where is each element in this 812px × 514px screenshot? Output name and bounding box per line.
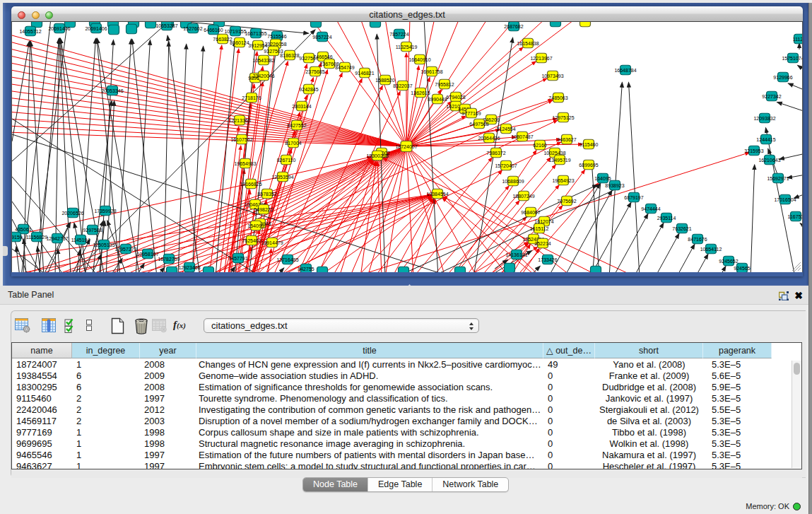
svg-text:20691406: 20691406 (48, 26, 70, 31)
svg-text:3215953: 3215953 (744, 148, 763, 153)
svg-text:12213363: 12213363 (228, 118, 250, 123)
svg-text:20206526: 20206526 (61, 211, 83, 216)
svg-text:9242845: 9242845 (299, 87, 318, 92)
svg-text:154099: 154099 (247, 223, 264, 228)
svg-text:12975125: 12975125 (552, 115, 574, 120)
svg-text:39159: 39159 (12, 235, 23, 240)
svg-text:164095: 164095 (594, 176, 611, 181)
svg-text:8578352: 8578352 (257, 192, 276, 197)
svg-text:11156829: 11156829 (26, 235, 47, 240)
svg-text:2718176: 2718176 (242, 95, 261, 100)
svg-text:8322037: 8322037 (393, 83, 412, 88)
svg-text:7857224: 7857224 (389, 32, 408, 37)
svg-text:16210643: 16210643 (758, 158, 780, 163)
svg-text:6466160: 6466160 (204, 28, 223, 33)
svg-text:16648784: 16648784 (614, 68, 636, 73)
svg-text:12213967: 12213967 (530, 56, 552, 61)
svg-text:12093832: 12093832 (753, 116, 775, 121)
svg-text:19166825: 19166825 (240, 182, 261, 187)
svg-text:8427552: 8427552 (287, 123, 306, 128)
svg-text:20364436: 20364436 (478, 136, 500, 141)
svg-text:7386372: 7386372 (486, 151, 505, 156)
svg-text:17016504: 17016504 (774, 197, 796, 202)
svg-text:842755: 842755 (298, 267, 314, 271)
svg-text:16154838: 16154838 (517, 41, 539, 46)
svg-text:13495719: 13495719 (548, 158, 570, 163)
svg-text:11123: 11123 (793, 37, 802, 42)
svg-text:9245652: 9245652 (719, 259, 738, 264)
svg-text:16782759: 16782759 (158, 257, 180, 262)
svg-text:16640910: 16640910 (408, 57, 430, 62)
svg-text:10688609: 10688609 (502, 179, 524, 184)
svg-text:9297588: 9297588 (83, 228, 102, 233)
svg-text:8454749: 8454749 (335, 65, 354, 70)
svg-text:2687682: 2687682 (504, 24, 523, 29)
svg-text:9684067: 9684067 (521, 210, 540, 215)
svg-text:13716485: 13716485 (276, 257, 298, 262)
svg-text:6879197: 6879197 (624, 195, 643, 200)
svg-text:17957273: 17957273 (114, 247, 136, 252)
svg-text:14055712: 14055712 (19, 29, 41, 34)
svg-text:1615112: 1615112 (530, 226, 549, 231)
svg-text:62160: 62160 (533, 143, 547, 148)
svg-text:5498222: 5498222 (254, 207, 273, 212)
svg-text:10543382: 10543382 (252, 58, 274, 63)
svg-text:17359928: 17359928 (94, 209, 116, 214)
svg-text:8990448: 8990448 (428, 97, 447, 102)
svg-text:6794028: 6794028 (446, 95, 465, 100)
svg-text:1244415: 1244415 (756, 137, 775, 142)
svg-text:7632621: 7632621 (672, 226, 691, 231)
svg-text:2935114: 2935114 (657, 216, 676, 221)
svg-text:1733426: 1733426 (538, 257, 557, 262)
svg-text:1527602: 1527602 (183, 26, 202, 31)
svg-text:1145194: 1145194 (71, 238, 90, 243)
svg-text:8186328: 8186328 (280, 53, 299, 58)
svg-text:9115460: 9115460 (579, 142, 599, 147)
svg-text:7515546: 7515546 (267, 34, 286, 39)
svg-text:10973493: 10973493 (541, 74, 563, 78)
svg-text:10654112: 10654112 (700, 247, 722, 252)
svg-text:9129966: 9129966 (773, 75, 792, 80)
svg-text:924565: 924565 (734, 266, 750, 271)
svg-text:16671355: 16671355 (245, 31, 266, 36)
svg-text:15720407: 15720407 (495, 163, 517, 168)
svg-text:12942737: 12942737 (46, 236, 68, 241)
svg-text:8267110: 8267110 (277, 158, 296, 163)
svg-text:14136141: 14136141 (505, 252, 527, 257)
svg-text:7466546: 7466546 (313, 54, 332, 59)
svg-text:3124554: 3124554 (496, 127, 515, 132)
svg-text:7955812: 7955812 (435, 82, 454, 87)
svg-text:12505135: 12505135 (93, 243, 114, 247)
svg-text:10807487: 10807487 (511, 134, 533, 139)
svg-text:18724007: 18724007 (395, 144, 417, 149)
svg-text:12923468: 12923468 (178, 265, 200, 270)
svg-text:817004: 817004 (285, 141, 301, 146)
svg-text:9463627: 9463627 (557, 137, 576, 142)
svg-text:6497568: 6497568 (469, 122, 488, 127)
svg-text:11325419: 11325419 (396, 45, 418, 49)
svg-text:6899695: 6899695 (579, 163, 598, 168)
svg-text:7075692: 7075692 (557, 199, 576, 204)
svg-text:2375685: 2375685 (305, 69, 324, 74)
svg-text:20053346: 20053346 (101, 88, 123, 93)
svg-text:20691406: 20691406 (85, 26, 107, 31)
svg-text:9777169: 9777169 (461, 111, 481, 116)
svg-text:7485063: 7485063 (548, 95, 567, 100)
svg-text:19384554: 19384554 (426, 192, 448, 197)
svg-text:7625402: 7625402 (242, 238, 261, 243)
svg-text:19654983: 19654983 (234, 161, 256, 166)
svg-text:16961758: 16961758 (420, 69, 442, 74)
svg-text:9857224: 9857224 (312, 35, 331, 40)
svg-text:2803144: 2803144 (292, 104, 311, 109)
svg-text:10025438: 10025438 (543, 151, 565, 156)
svg-text:435061: 435061 (15, 227, 31, 232)
svg-text:9474444: 9474444 (641, 206, 660, 211)
svg-text:23226058: 23226058 (264, 42, 286, 47)
svg-text:16107562: 16107562 (230, 137, 252, 142)
svg-text:8660124: 8660124 (230, 40, 249, 45)
svg-text:9227342: 9227342 (762, 94, 781, 99)
svg-text:9457791: 9457791 (228, 256, 247, 261)
svg-text:1362615: 1362615 (411, 90, 430, 95)
svg-text:9146821: 9146821 (355, 71, 374, 76)
svg-text:12353594: 12353594 (271, 175, 293, 180)
